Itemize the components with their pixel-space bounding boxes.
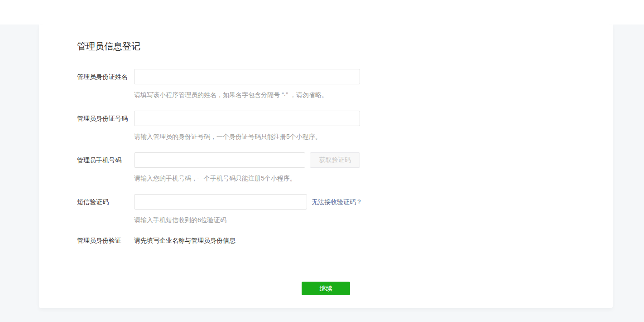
admin-id-name-label: 管理员身份证姓名 (77, 69, 134, 99)
form-row-sms-code: 短信验证码 无法接收验证码？ 请输入手机短信收到的6位验证码 (77, 194, 613, 224)
sms-code-help: 请输入手机短信收到的6位验证码 (134, 215, 362, 224)
sms-code-label: 短信验证码 (77, 194, 134, 224)
identity-verify-label: 管理员身份验证 (77, 236, 134, 245)
identity-verify-text: 请先填写企业名称与管理员身份信息 (134, 236, 235, 245)
top-bar (0, 0, 644, 24)
continue-button[interactable]: 继续 (302, 282, 350, 295)
continue-button-row: 继续 (39, 282, 613, 295)
admin-phone-label: 管理员手机号码 (77, 152, 134, 183)
form-row-identity-verify: 管理员身份验证 请先填写企业名称与管理员身份信息 (77, 236, 613, 245)
admin-id-number-input[interactable] (134, 111, 360, 126)
form-row-admin-id-name: 管理员身份证姓名 请填写该小程序管理员的姓名，如果名字包含分隔号 “·” ，请勿… (77, 69, 613, 99)
page-background: 管理员信息登记 管理员身份证姓名 请填写该小程序管理员的姓名，如果名字包含分隔号… (0, 24, 644, 322)
admin-id-name-field: 请填写该小程序管理员的姓名，如果名字包含分隔号 “·” ，请勿省略。 (134, 69, 360, 99)
admin-id-number-label: 管理员身份证号码 (77, 111, 134, 141)
form-row-admin-id-number: 管理员身份证号码 请输入管理员的身份证号码，一个身份证号码只能注册5个小程序。 (77, 111, 613, 141)
page-title: 管理员信息登记 (77, 41, 613, 52)
admin-id-name-help: 请填写该小程序管理员的姓名，如果名字包含分隔号 “·” ，请勿省略。 (134, 90, 360, 99)
admin-id-name-input[interactable] (134, 69, 360, 84)
get-verification-code-button[interactable]: 获取验证码 (310, 152, 360, 168)
sms-code-field: 无法接收验证码？ 请输入手机短信收到的6位验证码 (134, 194, 362, 224)
admin-phone-input[interactable] (134, 152, 305, 168)
registration-card: 管理员信息登记 管理员身份证姓名 请填写该小程序管理员的姓名，如果名字包含分隔号… (39, 24, 613, 308)
admin-id-number-help: 请输入管理员的身份证号码，一个身份证号码只能注册5个小程序。 (134, 132, 360, 141)
sms-code-input[interactable] (134, 194, 307, 210)
admin-phone-help: 请输入您的手机号码，一个手机号码只能注册5个小程序。 (134, 174, 360, 183)
admin-id-number-field: 请输入管理员的身份证号码，一个身份证号码只能注册5个小程序。 (134, 111, 360, 141)
admin-phone-field: 获取验证码 请输入您的手机号码，一个手机号码只能注册5个小程序。 (134, 152, 360, 183)
cannot-receive-code-link[interactable]: 无法接收验证码？ (312, 194, 362, 210)
form-row-admin-phone: 管理员手机号码 获取验证码 请输入您的手机号码，一个手机号码只能注册5个小程序。 (77, 152, 613, 183)
